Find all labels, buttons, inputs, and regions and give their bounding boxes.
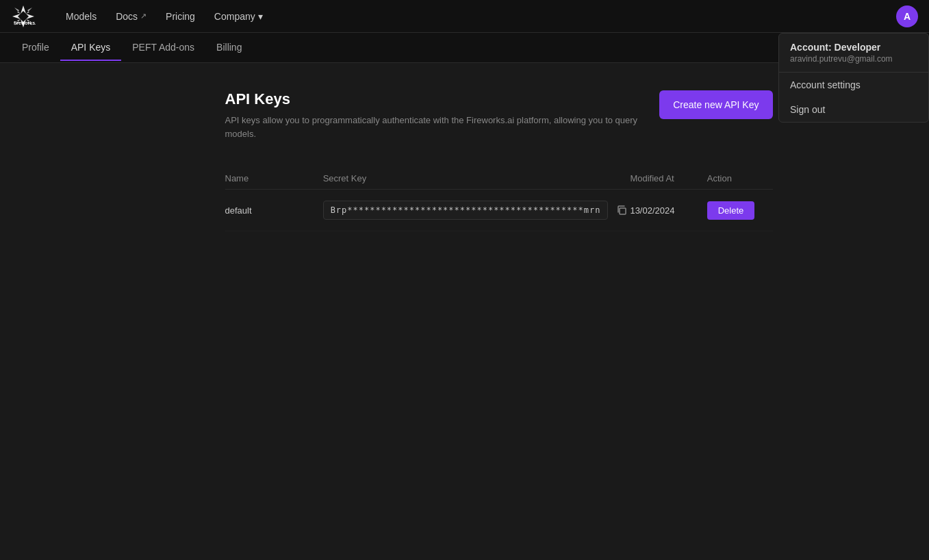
dropdown-account-settings[interactable]: Account settings	[779, 73, 928, 97]
key-secret-cell: Brp*************************************…	[323, 190, 631, 231]
dropdown-account-label: Account: Developer	[790, 42, 917, 53]
copy-icon	[616, 205, 627, 216]
svg-marker-2	[12, 14, 21, 19]
user-dropdown-menu: Account: Developer aravind.putrevu@gmail…	[778, 33, 929, 123]
table-body: default Brp*****************************…	[225, 190, 773, 231]
col-header-name: Name	[225, 168, 323, 190]
page-title: API Keys	[225, 90, 650, 108]
nav-links: Models Docs Pricing Company ▾	[58, 7, 896, 26]
table-header: Name Secret Key Modified At Action	[225, 168, 773, 190]
dropdown-header: Account: Developer aravind.putrevu@gmail…	[779, 34, 928, 73]
dropdown-email: aravind.putrevu@gmail.com	[790, 54, 917, 64]
svg-text:fireworks.ai: fireworks.ai	[14, 21, 36, 25]
top-nav: fireworks.ai Models Docs Pricing Company…	[0, 0, 929, 33]
logo[interactable]: fireworks.ai	[11, 4, 36, 29]
chevron-down-icon: ▾	[258, 11, 263, 22]
svg-rect-9	[620, 208, 626, 214]
nav-pricing[interactable]: Pricing	[157, 7, 203, 26]
api-keys-table: Name Secret Key Modified At Action defau…	[225, 168, 773, 231]
svg-marker-4	[14, 8, 21, 14]
fireworks-logo-icon: fireworks.ai	[11, 4, 36, 29]
key-action: Delete	[707, 190, 773, 231]
table-row: default Brp*****************************…	[225, 190, 773, 231]
delete-key-button[interactable]: Delete	[707, 201, 755, 220]
secret-key-value: Brp*************************************…	[323, 201, 609, 220]
svg-marker-3	[26, 14, 34, 19]
nav-company[interactable]: Company ▾	[206, 7, 271, 26]
nav-docs[interactable]: Docs	[107, 7, 155, 26]
dropdown-sign-out[interactable]: Sign out	[779, 97, 928, 122]
page-header-text: API Keys API keys allow you to programma…	[225, 90, 650, 140]
main-content: API Keys API keys allow you to programma…	[157, 63, 773, 259]
col-header-modified-at: Modified At	[630, 168, 707, 190]
col-header-secret-key: Secret Key	[323, 168, 631, 190]
copy-key-button[interactable]	[613, 202, 630, 218]
nav-models[interactable]: Models	[58, 7, 105, 26]
svg-marker-0	[21, 5, 26, 14]
svg-marker-5	[26, 8, 32, 14]
tab-peft-add-ons[interactable]: PEFT Add-ons	[121, 35, 205, 61]
col-header-action: Action	[707, 168, 773, 190]
nav-right: A	[896, 5, 918, 27]
key-name: default	[225, 190, 323, 231]
tab-profile[interactable]: Profile	[11, 35, 60, 61]
avatar[interactable]: A	[896, 5, 918, 27]
tab-api-keys[interactable]: API Keys	[60, 35, 122, 61]
tab-billing[interactable]: Billing	[205, 35, 253, 61]
key-modified-at: 13/02/2024	[630, 190, 707, 231]
page-description: API keys allow you to programmatically a…	[225, 114, 650, 140]
page-header: API Keys API keys allow you to programma…	[225, 90, 773, 140]
create-api-key-button[interactable]: Create new API Key	[659, 90, 772, 119]
